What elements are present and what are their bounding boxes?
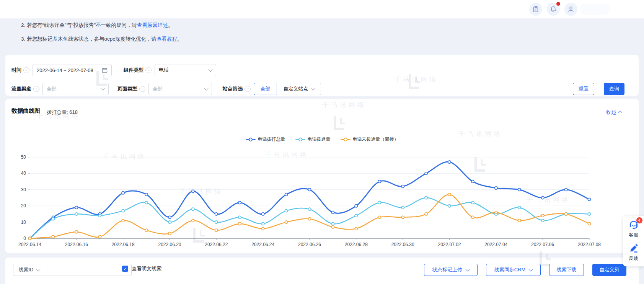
bell-icon[interactable] bbox=[547, 3, 560, 16]
chevron-down-icon bbox=[529, 267, 533, 271]
x-tick-label: 2022.07.06 bbox=[531, 242, 554, 247]
search-input[interactable] bbox=[45, 264, 131, 270]
data-point bbox=[331, 226, 334, 228]
legend-label: 电话拨通量 bbox=[308, 136, 331, 143]
traffic-channel-select[interactable]: 全部 bbox=[42, 83, 109, 95]
x-tick-label: 2022.06.26 bbox=[298, 242, 321, 247]
data-point bbox=[75, 230, 78, 233]
custom-columns-button[interactable]: 自定义列 bbox=[592, 264, 626, 276]
query-button[interactable]: 查询 bbox=[604, 83, 624, 95]
x-tick-label: 2022.06.24 bbox=[251, 242, 274, 247]
data-point bbox=[215, 213, 218, 215]
legend-marker bbox=[295, 138, 305, 141]
notice-line-2-text: 2. 若您有“线索详单”与“投放报告”不一致的疑问，请 bbox=[21, 22, 137, 28]
site-filter-custom-button[interactable]: 自定义站点 bbox=[277, 83, 321, 95]
page-type-select[interactable]: 全部 bbox=[148, 83, 212, 95]
reset-button[interactable]: 重置 bbox=[573, 83, 594, 95]
data-point bbox=[378, 180, 381, 183]
component-type-help-icon[interactable]: ? bbox=[145, 67, 152, 73]
site-filter-all-button[interactable]: 全部 bbox=[254, 83, 277, 95]
line-chart: 010203040502022.06.142022.06.162022.06.1… bbox=[5, 145, 639, 251]
user-icon[interactable] bbox=[564, 3, 577, 16]
legend-item-2[interactable]: 电话未拨通量（漏接） bbox=[341, 136, 399, 143]
page: 2. 若您有“线索详单”与“投放报告”不一致的疑问，请查看原因详述。 3. 若您… bbox=[0, 0, 644, 284]
legend-marker bbox=[246, 138, 256, 141]
y-tick-label: 20 bbox=[21, 203, 26, 208]
feedback-pencil-icon[interactable] bbox=[628, 243, 639, 253]
clipboard-icon[interactable] bbox=[529, 3, 542, 16]
data-point bbox=[262, 222, 264, 225]
notice-link-tutorial[interactable]: 查看教程 bbox=[157, 36, 177, 42]
customer-service-icon[interactable]: 4 bbox=[628, 220, 639, 230]
component-type-value: 电话 bbox=[159, 67, 209, 74]
legend-item-0[interactable]: 电话拨打总量 bbox=[246, 136, 285, 143]
data-point bbox=[168, 216, 171, 218]
date-range-input[interactable]: 2022-06-14 ~ 2022-07-08 bbox=[33, 64, 112, 76]
data-point bbox=[588, 213, 590, 215]
page-type-help-icon[interactable]: ? bbox=[139, 86, 145, 92]
username-redacted bbox=[580, 4, 610, 15]
search-field-selector[interactable]: 线索ID bbox=[13, 264, 45, 276]
data-point bbox=[378, 201, 381, 204]
data-point bbox=[355, 227, 357, 230]
filter-panel: 时间 ? 2022-06-14 ~ 2022-07-08 组件类型 ? 电话 流… bbox=[5, 55, 639, 96]
notice-line-3-end: 。 bbox=[177, 36, 183, 42]
notification-dot bbox=[556, 2, 560, 6]
data-point bbox=[52, 218, 54, 220]
data-point bbox=[285, 221, 288, 223]
component-type-label: 组件类型 bbox=[124, 67, 143, 74]
data-point bbox=[308, 188, 311, 191]
data-point bbox=[588, 222, 590, 225]
data-point bbox=[238, 216, 241, 218]
data-point bbox=[355, 214, 357, 217]
chart-title: 数据曲线图 bbox=[11, 107, 40, 115]
legend-item-1[interactable]: 电话拨通量 bbox=[295, 136, 331, 143]
plaintext-leads-checkbox-row[interactable]: ✓ 查看明文线索 bbox=[122, 265, 161, 272]
status-mark-upload-button[interactable]: 状态标记上传 bbox=[424, 264, 478, 276]
date-range-value: 2022-06-14 ~ 2022-07-08 bbox=[37, 67, 99, 73]
x-tick-label: 2022.07.04 bbox=[484, 242, 507, 247]
page-type-label: 页面类型 bbox=[117, 85, 137, 92]
chart-card: 数据曲线图 拨打总量: 618 收起 电话拨打总量电话拨通量电话未拨通量（漏接）… bbox=[5, 99, 639, 253]
data-point bbox=[448, 205, 451, 207]
data-point bbox=[308, 218, 311, 220]
site-filter-help-icon[interactable]: ? bbox=[245, 86, 251, 92]
x-tick-label: 2022.07.08 bbox=[578, 242, 601, 247]
data-point bbox=[285, 193, 288, 196]
data-point bbox=[541, 196, 544, 199]
chevron-down-icon bbox=[204, 86, 208, 90]
data-point bbox=[145, 229, 148, 231]
data-point bbox=[471, 216, 474, 218]
traffic-channel-help-icon[interactable]: ? bbox=[33, 86, 39, 92]
data-point bbox=[518, 188, 521, 191]
data-point bbox=[401, 206, 404, 209]
leads-download-button[interactable]: 线索下载 bbox=[549, 264, 584, 276]
data-point bbox=[518, 219, 521, 222]
sync-crm-label: 线索同步CRM bbox=[494, 266, 526, 273]
collapse-toggle[interactable]: 收起 bbox=[606, 109, 622, 116]
chevron-up-icon bbox=[618, 111, 622, 115]
site-filter-label: 站点筛选 bbox=[223, 85, 243, 92]
time-help-icon[interactable]: ? bbox=[23, 67, 29, 73]
sync-crm-button[interactable]: 线索同步CRM bbox=[486, 264, 541, 276]
component-type-select[interactable]: 电话 bbox=[155, 64, 216, 76]
notice-link-reason-detail[interactable]: 查看原因详述 bbox=[137, 22, 168, 28]
checkbox-checked-icon[interactable]: ✓ bbox=[122, 266, 128, 272]
x-tick-label: 2022.06.14 bbox=[18, 242, 41, 247]
data-point bbox=[425, 196, 427, 199]
data-point bbox=[168, 232, 171, 235]
data-point bbox=[262, 227, 264, 230]
data-point bbox=[565, 213, 567, 215]
data-point bbox=[145, 193, 148, 196]
collapse-label: 收起 bbox=[606, 109, 616, 116]
y-tick-label: 40 bbox=[21, 171, 26, 176]
data-point bbox=[122, 192, 124, 194]
feedback-label: 反馈 bbox=[629, 255, 638, 262]
data-point bbox=[75, 206, 78, 209]
data-point bbox=[215, 229, 218, 231]
notice-line-2-end: 。 bbox=[168, 22, 173, 28]
data-point bbox=[122, 219, 124, 222]
legend-marker bbox=[341, 138, 351, 141]
data-point bbox=[192, 208, 194, 210]
search-field-label: 线索ID bbox=[19, 266, 34, 273]
